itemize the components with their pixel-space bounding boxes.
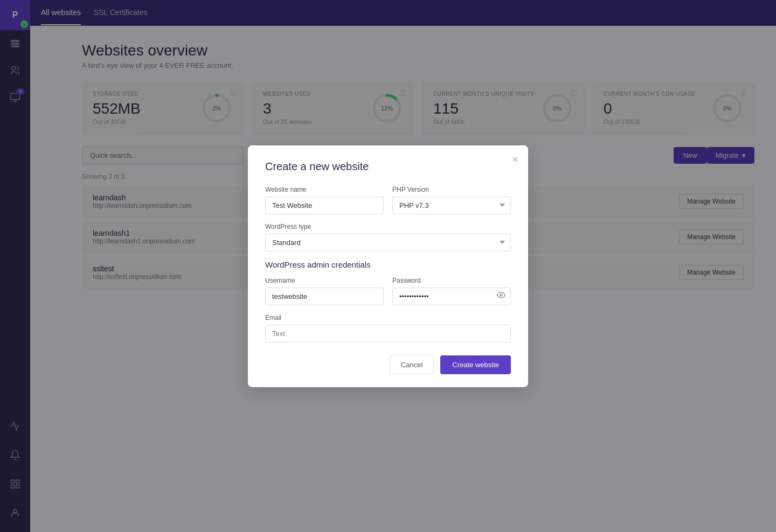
modal-close-button[interactable]: × <box>512 154 518 165</box>
form-group-username: Username <box>265 277 384 305</box>
form-group-password: Password <box>392 277 511 305</box>
username-label: Username <box>265 277 384 284</box>
form-row-credentials: Username Password <box>265 277 511 305</box>
form-row-name-php: Website name PHP Version PHP v7.3 PHP v7… <box>265 186 511 214</box>
create-website-modal: Create a new website × Website name PHP … <box>248 145 528 387</box>
modal-footer: Cancel Create website <box>265 355 511 374</box>
email-input[interactable] <box>265 325 511 342</box>
credentials-section-title: WordPress admin credentials <box>265 260 511 269</box>
php-version-label: PHP Version <box>392 186 511 193</box>
form-group-php: PHP Version PHP v7.3 PHP v7.4 PHP v8.0 P… <box>392 186 511 214</box>
cancel-button[interactable]: Cancel <box>390 355 434 374</box>
form-group-email: Email <box>265 314 511 342</box>
wp-type-select[interactable]: Standard Multisite <box>265 234 511 251</box>
username-input[interactable] <box>265 288 384 305</box>
form-group-wp-type: WordPress type Standard Multisite <box>265 223 511 251</box>
password-wrap <box>392 288 511 305</box>
email-label: Email <box>265 314 511 321</box>
password-input[interactable] <box>392 288 511 305</box>
password-label: Password <box>392 277 511 284</box>
website-name-label: Website name <box>265 186 384 193</box>
php-version-select[interactable]: PHP v7.3 PHP v7.4 PHP v8.0 PHP v8.1 <box>392 197 511 214</box>
toggle-password-button[interactable] <box>497 291 505 302</box>
modal-title: Create a new website <box>265 160 511 173</box>
modal-overlay: Create a new website × Website name PHP … <box>0 0 776 532</box>
wp-type-label: WordPress type <box>265 223 511 230</box>
form-group-website-name: Website name <box>265 186 384 214</box>
create-website-button[interactable]: Create website <box>440 355 511 374</box>
website-name-input[interactable] <box>265 197 384 214</box>
svg-point-16 <box>500 294 502 296</box>
